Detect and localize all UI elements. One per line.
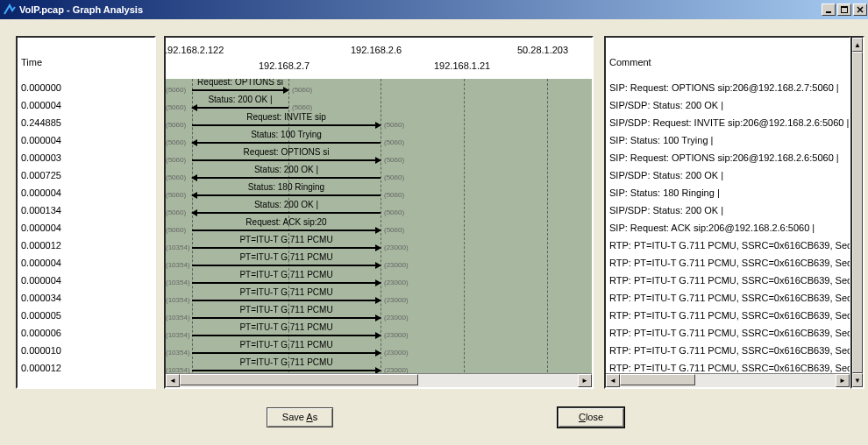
flow-label: Request: OPTIONS si bbox=[244, 147, 330, 157]
flow-row[interactable]: PT=ITU-T G.711 PCMU(10354)(23000) bbox=[166, 254, 592, 272]
titlebar[interactable]: VoIP.pcap - Graph Analysis bbox=[0, 0, 868, 19]
flow-arrow bbox=[192, 142, 381, 144]
scroll-right-icon[interactable]: ► bbox=[578, 374, 592, 387]
minimize-button[interactable] bbox=[822, 4, 836, 16]
graph-header: 192.168.2.122192.168.2.7192.168.2.6192.1… bbox=[166, 38, 592, 79]
close-dialog-button[interactable]: Close bbox=[558, 407, 624, 427]
comment-cell: SIP: Request: ACK sip:206@192.168.2.6:50… bbox=[606, 219, 850, 237]
flow-label: Request: ACK sip:20 bbox=[245, 217, 326, 227]
port-label: (5060) bbox=[166, 191, 186, 199]
time-cell: 0.000004 bbox=[18, 272, 154, 289]
port-label: (5060) bbox=[384, 226, 404, 234]
save-as-label: Save As bbox=[282, 412, 317, 422]
flow-row[interactable]: PT=ITU-T G.711 PCMU(10354)(23000) bbox=[166, 324, 592, 342]
flow-label: Status: 200 OK | bbox=[208, 95, 272, 104]
scroll-up-icon[interactable]: ▲ bbox=[852, 38, 863, 52]
time-cell: 0.000006 bbox=[18, 324, 154, 342]
arrow-left-icon bbox=[191, 209, 197, 216]
flow-row[interactable]: PT=ITU-T G.711 PCMU(10354)(23000) bbox=[166, 237, 592, 254]
port-label: (5060) bbox=[384, 173, 404, 181]
port-label: (10354) bbox=[166, 314, 190, 321]
flow-label: Status: 180 Ringing bbox=[248, 182, 324, 192]
flow-arrow bbox=[192, 282, 381, 284]
port-label: (5060) bbox=[166, 86, 186, 94]
flow-row[interactable]: PT=ITU-T G.711 PCMU(10354)(23000) bbox=[166, 342, 592, 359]
flow-arrow bbox=[192, 370, 381, 371]
arrow-left-icon bbox=[191, 174, 197, 181]
scroll-right-icon[interactable]: ► bbox=[836, 374, 850, 387]
flow-row[interactable]: Request: OPTIONS si(5060)(5060) bbox=[166, 149, 592, 166]
flow-row[interactable]: PT=ITU-T G.711 PCMU(10354)(23000) bbox=[166, 307, 592, 324]
flow-row[interactable]: Status: 200 OK |(5060)(5060) bbox=[166, 201, 592, 219]
comment-scrollbar[interactable]: ◄ ► bbox=[606, 373, 850, 387]
port-label: (10354) bbox=[166, 261, 190, 269]
port-label: (5060) bbox=[166, 103, 186, 111]
flow-row[interactable]: Request: OPTIONS si(5060)(5060) bbox=[166, 79, 592, 96]
flow-row[interactable]: Request: INVITE sip(5060)(5060) bbox=[166, 114, 592, 131]
comment-cell: SIP/SDP: Status: 200 OK | bbox=[606, 201, 850, 219]
arrow-right-icon bbox=[375, 279, 381, 286]
flow-row[interactable]: PT=ITU-T G.711 PCMU(10354)(23000) bbox=[166, 272, 592, 289]
flow-label: PT=ITU-T G.711 PCMU bbox=[239, 235, 332, 244]
port-label: (5060) bbox=[292, 86, 312, 94]
app-icon bbox=[4, 4, 16, 16]
flow-row[interactable]: Request: ACK sip:20(5060)(5060) bbox=[166, 219, 592, 237]
time-cell: 0.000012 bbox=[18, 237, 154, 254]
time-cell: 0.000725 bbox=[18, 166, 154, 184]
port-label: (5060) bbox=[166, 173, 186, 181]
maximize-button[interactable] bbox=[837, 4, 851, 16]
arrow-right-icon bbox=[375, 314, 381, 321]
time-cell: 0.000005 bbox=[18, 307, 154, 324]
ip-address-label: 192.168.2.122 bbox=[164, 45, 224, 55]
flow-label: PT=ITU-T G.711 PCMU bbox=[239, 287, 332, 297]
flow-row[interactable]: Status: 200 OK |(5060)(5060) bbox=[166, 96, 592, 114]
flow-arrow bbox=[192, 124, 381, 126]
arrow-left-icon bbox=[191, 104, 197, 111]
graph-scrollbar[interactable]: ◄ ► bbox=[166, 373, 592, 387]
flow-label: PT=ITU-T G.711 PCMU bbox=[239, 270, 332, 279]
arrow-left-icon bbox=[191, 139, 197, 146]
port-label: (10354) bbox=[166, 279, 190, 286]
comment-cell: SIP: Request: OPTIONS sip:206@192.168.2.… bbox=[606, 79, 850, 96]
time-cell: 0.000012 bbox=[18, 359, 154, 377]
arrow-right-icon bbox=[375, 262, 381, 269]
flow-arrow bbox=[192, 300, 381, 301]
graph-panel: 192.168.2.122192.168.2.7192.168.2.6192.1… bbox=[164, 36, 594, 389]
arrow-left-icon bbox=[191, 192, 197, 199]
flow-label: Status: 200 OK | bbox=[254, 200, 318, 209]
port-label: (23000) bbox=[384, 279, 409, 286]
comment-cell: RTP: PT=ITU-T G.711 PCMU, SSRC=0x616CB63… bbox=[606, 254, 850, 272]
arrow-right-icon bbox=[375, 244, 381, 251]
port-label: (23000) bbox=[384, 244, 409, 251]
flow-label: PT=ITU-T G.711 PCMU bbox=[239, 322, 332, 332]
window-title: VoIP.pcap - Graph Analysis bbox=[19, 4, 821, 15]
flow-arrow bbox=[192, 352, 381, 354]
comment-cell: RTP: PT=ITU-T G.711 PCMU, SSRC=0x616CB63… bbox=[606, 289, 850, 307]
flow-row[interactable]: Status: 200 OK |(5060)(5060) bbox=[166, 166, 592, 184]
time-cell: 0.000004 bbox=[18, 131, 154, 149]
scroll-left-icon[interactable]: ◄ bbox=[166, 374, 180, 387]
scroll-down-icon[interactable]: ▼ bbox=[852, 373, 863, 387]
graph-body[interactable]: Request: OPTIONS si(5060)(5060)Status: 2… bbox=[166, 79, 592, 377]
flow-arrow bbox=[192, 194, 381, 196]
flow-label: PT=ITU-T G.711 PCMU bbox=[239, 305, 332, 314]
time-cell: 0.000134 bbox=[18, 201, 154, 219]
svg-rect-2 bbox=[841, 6, 848, 8]
flow-arrow bbox=[192, 89, 288, 91]
svg-rect-0 bbox=[826, 11, 831, 13]
arrow-right-icon bbox=[375, 227, 381, 234]
comment-cell: RTP: PT=ITU-T G.711 PCMU, SSRC=0x616CB63… bbox=[606, 272, 850, 289]
flow-arrow bbox=[192, 212, 381, 214]
flow-row[interactable]: Status: 180 Ringing(5060)(5060) bbox=[166, 184, 592, 201]
scroll-left-icon[interactable]: ◄ bbox=[606, 374, 620, 387]
vertical-scrollbar[interactable]: ▲ ▼ bbox=[850, 36, 864, 389]
port-label: (23000) bbox=[384, 331, 409, 339]
save-as-button[interactable]: Save As bbox=[267, 407, 333, 427]
flow-row[interactable]: PT=ITU-T G.711 PCMU(10354)(23000) bbox=[166, 289, 592, 307]
close-button[interactable] bbox=[853, 4, 867, 16]
flow-row[interactable]: Status: 100 Trying(5060)(5060) bbox=[166, 131, 592, 149]
comment-cell: RTP: PT=ITU-T G.711 PCMU, SSRC=0x616CB63… bbox=[606, 307, 850, 324]
close-label: Close bbox=[579, 412, 603, 422]
port-label: (10354) bbox=[166, 331, 190, 339]
flow-label: Status: 100 Trying bbox=[251, 130, 322, 139]
